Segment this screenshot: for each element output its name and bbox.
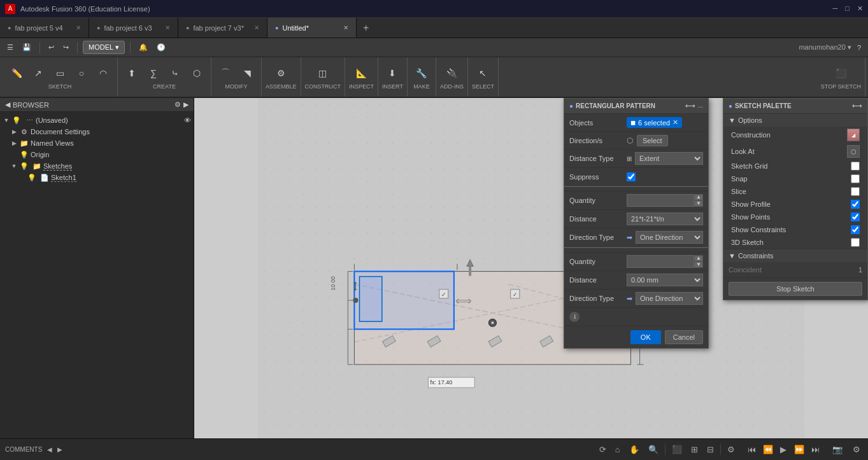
stop-sketch-btn[interactable]: Stop Sketch [729,282,862,296]
canvas-area[interactable]: ⟺ ⟺ ✓ ✓ ✓ [194,98,868,438]
help-btn[interactable]: ? [854,43,864,53]
save-btn[interactable]: 💾 [19,42,34,53]
prev-btn[interactable]: ⏪ [760,443,776,456]
tree-item-origin[interactable]: ▶ 💡 Origin [0,149,194,160]
maximize-btn[interactable]: □ [845,4,850,13]
ribbon-loft-item[interactable]: ⬡ [187,64,207,82]
ribbon-arc-item[interactable]: ◠ [93,64,113,82]
new-tab-btn[interactable]: + [357,18,375,38]
ribbon-circle-item[interactable]: ○ [71,64,92,82]
comments-expand-icon[interactable]: ◀ [47,446,52,453]
tree-arrow-4[interactable]: ▼ [10,163,18,169]
tab-0[interactable]: ● fab project 5 v4 ✕ [0,18,89,38]
distance2-select[interactable]: 0.00 mm [627,274,703,286]
display-mode-btn[interactable]: ⬛ [669,443,685,456]
ok-btn[interactable]: OK [630,330,661,344]
tree-arrow-0[interactable]: ▼ [3,117,10,123]
look-at-btn[interactable]: ⬡ [847,145,860,158]
constraints-section-title[interactable]: ▼ Constraints [723,249,867,262]
quantity1-input[interactable]: 4 [627,194,694,207]
next-btn[interactable]: ⏩ [792,443,807,456]
undo-btn[interactable]: ↩ [45,42,57,53]
ribbon-addins-item[interactable]: 🔌 [441,64,462,82]
direction-type1-select[interactable]: One Direction [636,231,703,244]
menu-btn[interactable]: ☰ [4,42,17,53]
show-profile-checkbox[interactable] [851,200,860,209]
tree-item-sketch1[interactable]: ▶ 💡 📄 Sketch1 [0,172,194,183]
ribbon-stop-sketch-item[interactable]: ⬛ [830,64,851,82]
camera-btn[interactable]: 📷 [830,443,845,456]
show-constraints-checkbox[interactable] [851,225,860,234]
browser-collapse-icon[interactable]: ▶ [183,101,189,109]
quantity2-up[interactable]: ▲ [694,255,703,261]
cancel-btn[interactable]: Cancel [665,330,703,344]
tree-item-sketches[interactable]: ▼ 💡 📁 Sketches [0,160,194,172]
tree-item-unsaved[interactable]: ▼ 💡 ⋯ (Unsaved) 👁 [0,115,194,126]
redo-btn[interactable]: ↪ [60,42,72,53]
quantity1-up[interactable]: ▲ [694,194,703,200]
settings-gear-btn[interactable]: ⚙ [850,443,863,456]
ribbon-line-item[interactable]: ↗ [28,64,48,82]
zoom-btn[interactable]: 🔍 [646,443,661,456]
tab-close-2[interactable]: ✕ [254,24,259,31]
quantity2-down[interactable]: ▼ [694,261,703,268]
tab-3[interactable]: ● Untitled* ✕ [267,18,357,38]
grid-snap-btn[interactable]: ⊟ [704,443,716,456]
minimize-btn[interactable]: ─ [833,4,838,13]
suppress-checkbox[interactable] [627,172,636,181]
notification-btn[interactable]: 🔔 [136,42,151,53]
tab-close-3[interactable]: ✕ [343,24,348,31]
orbit-btn[interactable]: ⟳ [597,443,609,456]
tree-arrow-1[interactable]: ▶ [10,129,18,135]
browser-settings-icon[interactable]: ⚙ [174,101,181,109]
comments-collapse-icon[interactable]: ▶ [57,446,62,453]
pan-btn[interactable]: ✋ [627,443,642,456]
tree-arrow-2[interactable]: ▶ [10,140,18,146]
tab-close-0[interactable]: ✕ [76,24,81,31]
settings-btn[interactable]: ⚙ [725,443,737,456]
slice-checkbox[interactable] [851,187,860,196]
snap-checkbox[interactable] [851,174,860,183]
rect-pattern-expand-icon[interactable]: ⟷ [685,102,695,110]
tab-2[interactable]: ● fab project 7 v3* ✕ [178,18,267,38]
play-btn[interactable]: ▶ [778,443,789,456]
distance-type-select[interactable]: Extent [635,152,703,165]
tab-1[interactable]: ● fab project 6 v3 ✕ [89,18,178,38]
construction-btn[interactable]: ◢ [847,129,860,141]
quantity2-input[interactable]: 3 [627,255,694,268]
home-btn[interactable]: ⌂ [613,443,623,456]
ribbon-plane-item[interactable]: ◫ [313,64,333,82]
tree-item-named-views[interactable]: ▶ 📁 Named Views [0,137,194,149]
tree-item-doc-settings[interactable]: ▶ ⚙ Document Settings [0,126,194,137]
model-menu-btn[interactable]: MODEL ▾ [83,41,125,54]
direction-select-btn[interactable]: Select [637,135,668,146]
tab-close-1[interactable]: ✕ [165,24,170,31]
ribbon-fillet-item[interactable]: ⌒ [215,64,236,82]
grid-btn[interactable]: ⊞ [688,443,701,456]
browser-expand-icon[interactable]: ◀ [5,101,10,109]
ribbon-measure-item[interactable]: 📐 [352,64,372,82]
ribbon-select-item[interactable]: ↖ [473,64,493,82]
ribbon-make-item[interactable]: 🔧 [411,64,432,82]
ribbon-joint-item[interactable]: ⚙ [271,64,291,82]
objects-clear-btn[interactable]: ✕ [672,118,678,127]
ribbon-revolve-item[interactable]: ∑ [143,64,164,82]
options-section-title[interactable]: ▼ Options [723,114,867,127]
quantity1-down[interactable]: ▼ [694,200,703,207]
ribbon-chamfer-item[interactable]: ◥ [237,64,257,82]
tree-eye-0[interactable]: 👁 [184,116,191,124]
close-btn[interactable]: ✕ [857,4,863,13]
direction-type2-select[interactable]: One Direction [636,292,703,305]
next-frame-btn[interactable]: ⏭ [809,443,822,456]
ribbon-sketch-item[interactable]: ✏️ [6,64,27,82]
show-points-checkbox[interactable] [851,213,860,221]
rect-pattern-close-icon[interactable]: ... [698,102,703,110]
sketch-grid-checkbox[interactable] [851,162,860,171]
ribbon-extrude-item[interactable]: ⬆ [122,64,142,82]
clock-btn[interactable]: 🕐 [153,42,169,53]
distance1-select[interactable]: 21*t-21*t/n [627,213,703,225]
3d-sketch-checkbox[interactable] [851,238,860,247]
sketch-palette-expand-icon[interactable]: ⟷ [852,102,862,110]
prev-frame-btn[interactable]: ⏮ [745,443,758,456]
ribbon-insert-item[interactable]: ⬇ [382,64,402,82]
